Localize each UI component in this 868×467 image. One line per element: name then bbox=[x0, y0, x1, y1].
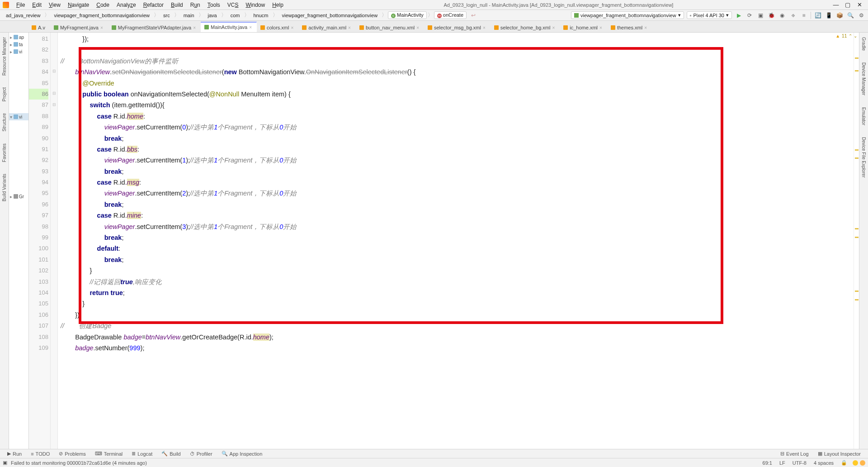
btab-profiler[interactable]: ⏱ Profiler bbox=[185, 451, 217, 457]
stop-icon[interactable]: ■ bbox=[800, 11, 808, 19]
menu-edit[interactable]: Edit bbox=[28, 2, 45, 8]
menu-run[interactable]: Run bbox=[187, 2, 204, 8]
crumb-method[interactable]: monCreate bbox=[434, 11, 467, 19]
btab-todo[interactable]: ≡ TODO bbox=[26, 451, 54, 457]
btab-event-log[interactable]: ⊟ Event Log bbox=[776, 451, 813, 457]
close-icon[interactable]: × bbox=[416, 25, 419, 30]
tab-colors[interactable]: colors.xml× bbox=[257, 23, 298, 32]
crumb-module[interactable]: viewpager_fragment_bottomnavigationview bbox=[51, 12, 153, 19]
close-window-button[interactable]: ✕ bbox=[854, 1, 865, 8]
navigation-bar: ad_java_review〉 viewpager_fragment_botto… bbox=[0, 10, 868, 21]
tool-project[interactable]: Project bbox=[2, 86, 7, 103]
inspection-summary[interactable]: ▲ 11 ⌃ ⌄ bbox=[835, 33, 857, 38]
inspection-face2-icon[interactable] bbox=[860, 460, 865, 466]
crumb-java[interactable]: java bbox=[205, 12, 220, 19]
menu-view[interactable]: View bbox=[45, 2, 64, 8]
crumb-src[interactable]: src bbox=[160, 12, 173, 19]
btab-logcat[interactable]: ≣ Logcat bbox=[127, 451, 157, 457]
tab-selector-msg[interactable]: selector_msg_bg.xml× bbox=[424, 23, 491, 32]
tab-av[interactable]: A.v bbox=[28, 23, 50, 32]
crumb-class[interactable]: cMainActivity bbox=[388, 11, 427, 19]
fold-column[interactable]: ⊟⊟⊟ bbox=[51, 33, 58, 449]
close-icon[interactable]: × bbox=[291, 25, 293, 30]
menu-navigate[interactable]: Navigate bbox=[64, 2, 93, 8]
crumb-hnucm[interactable]: hnucm bbox=[250, 12, 272, 19]
run-icon[interactable]: ▶ bbox=[735, 11, 743, 19]
close-icon[interactable]: × bbox=[644, 25, 647, 30]
settings-icon[interactable]: ⚙ bbox=[857, 11, 865, 19]
tab-themes[interactable]: themes.xml× bbox=[607, 23, 652, 32]
tab-selector-home[interactable]: selector_home_bg.xml× bbox=[491, 23, 560, 32]
tool-device-manager[interactable]: Device Manager bbox=[861, 61, 866, 97]
editor-tabs: A.v MyFragment.java× MyFragmentStateVPAd… bbox=[0, 21, 868, 33]
crumb-com[interactable]: com bbox=[227, 12, 243, 19]
main-area: Resource Manager Project Structure Favor… bbox=[0, 33, 868, 449]
tab-myfragment[interactable]: MyFragment.java× bbox=[50, 23, 108, 32]
tab-adapter[interactable]: MyFragmentStateVPAdapter.java× bbox=[108, 23, 201, 32]
coverage-icon[interactable]: ▣ bbox=[756, 11, 764, 19]
profile-icon[interactable]: ◉ bbox=[778, 11, 786, 19]
menu-code[interactable]: Code bbox=[93, 2, 113, 8]
tool-device-file-explorer[interactable]: Device File Explorer bbox=[861, 135, 866, 179]
menu-refactor[interactable]: Refactor bbox=[140, 2, 167, 8]
tool-favorites[interactable]: Favorites bbox=[2, 142, 7, 164]
sync-icon[interactable]: 🔄 bbox=[814, 11, 822, 19]
marker-strip[interactable] bbox=[854, 33, 859, 449]
breadcrumb: ad_java_review〉 viewpager_fragment_botto… bbox=[3, 11, 467, 19]
btab-build[interactable]: 🔨 Build bbox=[157, 451, 185, 457]
close-icon[interactable]: × bbox=[249, 25, 252, 30]
menu-vcs[interactable]: VCS bbox=[224, 2, 242, 8]
device-combo[interactable]: ▫Pixel 4 API 30 ▾ bbox=[687, 11, 732, 19]
tab-mainactivity[interactable]: MainActivity.java× bbox=[201, 22, 257, 32]
project-tree[interactable]: ▸ap ▸ta ▸vi ▾vi ▸Gr bbox=[9, 33, 29, 449]
menu-window[interactable]: Window bbox=[242, 2, 269, 8]
menu-tools[interactable]: Tools bbox=[204, 2, 224, 8]
tab-button-nav[interactable]: button_nav_menu.xml× bbox=[356, 23, 424, 32]
tool-gradle[interactable]: Gradle bbox=[861, 35, 866, 52]
status-icon: ▣ bbox=[3, 460, 7, 466]
code-area[interactable]: }); // BottomNavigationView的事件监听 btnNavV… bbox=[58, 33, 854, 449]
menu-file[interactable]: File bbox=[13, 2, 28, 8]
tool-build-variants[interactable]: Build Variants bbox=[2, 172, 7, 203]
readonly-icon[interactable]: 🔒 bbox=[837, 460, 851, 466]
debug-run-icon[interactable]: ⟳ bbox=[745, 11, 754, 19]
inspection-face-icon[interactable] bbox=[853, 460, 858, 466]
minimize-button[interactable]: — bbox=[830, 1, 842, 8]
tab-ic-home[interactable]: ic_home.xml× bbox=[560, 23, 607, 32]
tool-emulator[interactable]: Emulator bbox=[861, 105, 866, 127]
code-editor[interactable]: 8182838485868788899091929394959697989910… bbox=[29, 33, 859, 449]
close-icon[interactable]: × bbox=[483, 25, 486, 30]
line-ending[interactable]: LF bbox=[776, 460, 789, 466]
left-tool-strip: Resource Manager Project Structure Favor… bbox=[0, 33, 9, 449]
avd-icon[interactable]: 📱 bbox=[825, 11, 833, 19]
menu-analyze[interactable]: Analyze bbox=[113, 2, 140, 8]
indent[interactable]: 4 spaces bbox=[810, 460, 837, 466]
menu-help[interactable]: Help bbox=[269, 2, 287, 8]
crumb-pkg[interactable]: viewpager_fragment_bottomnavigationview bbox=[279, 12, 381, 19]
close-icon[interactable]: × bbox=[100, 25, 103, 30]
btab-run[interactable]: ▶ Run bbox=[3, 451, 26, 457]
search-icon[interactable]: 🔍 bbox=[846, 11, 854, 19]
btab-app-inspection[interactable]: 🔍 App Inspection bbox=[217, 451, 267, 457]
close-icon[interactable]: × bbox=[193, 25, 196, 30]
run-config-combo[interactable]: viewpager_fragment_bottomnavigationview … bbox=[571, 11, 684, 19]
close-icon[interactable]: × bbox=[348, 25, 351, 30]
sdk-icon[interactable]: 📦 bbox=[835, 11, 844, 19]
crumb-main[interactable]: main bbox=[180, 12, 198, 19]
maximize-button[interactable]: ▢ bbox=[842, 1, 854, 8]
menu-build[interactable]: Build bbox=[167, 2, 187, 8]
btab-terminal[interactable]: ⌨ Terminal bbox=[90, 451, 127, 457]
btab-problems[interactable]: ⊘ Problems bbox=[54, 451, 90, 457]
crumb-root[interactable]: ad_java_review bbox=[3, 12, 43, 19]
attach-icon[interactable]: ⎆ bbox=[789, 11, 797, 19]
debug-icon[interactable]: 🐞 bbox=[767, 11, 775, 19]
tab-activity-main[interactable]: activity_main.xml× bbox=[298, 23, 356, 32]
btab-layout-inspector[interactable]: ▦ Layout Inspector bbox=[813, 451, 865, 457]
caret-position[interactable]: 69:1 bbox=[759, 460, 776, 466]
close-icon[interactable]: × bbox=[552, 25, 555, 30]
close-icon[interactable]: × bbox=[599, 25, 602, 30]
tool-resource-manager[interactable]: Resource Manager bbox=[2, 35, 7, 77]
tool-structure[interactable]: Structure bbox=[2, 111, 7, 133]
encoding[interactable]: UTF-8 bbox=[789, 460, 810, 466]
nav-back-icon[interactable]: ↩ bbox=[469, 11, 477, 19]
